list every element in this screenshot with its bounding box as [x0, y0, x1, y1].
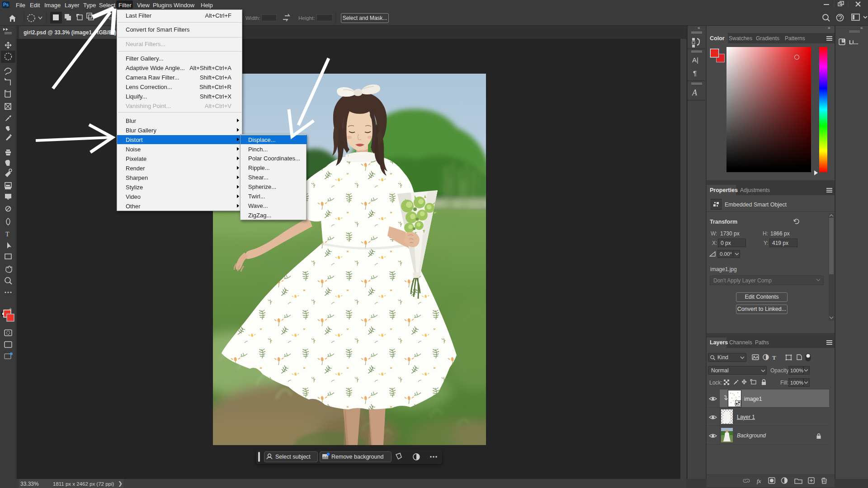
- svg-text:T: T: [5, 231, 9, 238]
- svg-text:A: A: [692, 88, 698, 97]
- svg-text:A|: A|: [692, 56, 698, 64]
- svg-text:¶: ¶: [693, 69, 697, 77]
- svg-text:T: T: [772, 354, 776, 361]
- svg-text:fx: fx: [757, 478, 761, 484]
